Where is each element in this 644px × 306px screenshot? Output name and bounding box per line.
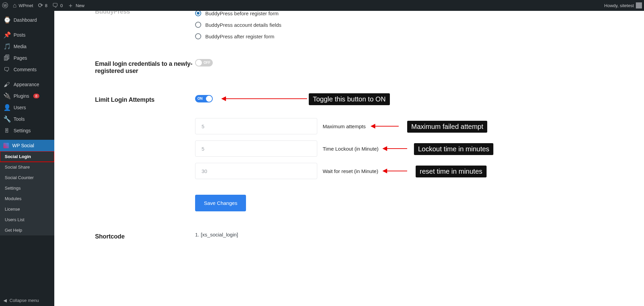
menu-tools-label: Tools (14, 116, 25, 122)
email-credentials-toggle[interactable]: OFF (195, 59, 213, 66)
wp-admin-bar: ⓦ ⌂ WPmet ⟳ 8 🗨 0 ＋ New Howdy, sitetest (0, 0, 644, 11)
site-name-link[interactable]: ⌂ WPmet (13, 2, 33, 8)
menu-appearance-label: Appearance (14, 82, 39, 87)
comment-icon: 🗨 (3, 66, 10, 73)
submenu-get-help-label: Get Help (5, 228, 22, 233)
buddypress-section-label-partial: BuddyPress (95, 11, 195, 15)
radio-bp-after[interactable]: BuddyPress after register form (195, 31, 603, 42)
radio-bp-details-label: BuddyPress account details fields (205, 22, 281, 28)
avatar (636, 2, 642, 8)
submenu-social-counter[interactable]: Social Counter (0, 172, 54, 183)
annotation-arrow (383, 148, 407, 149)
menu-tools[interactable]: 🔧 Tools (0, 113, 54, 125)
collapse-icon: ◀ (3, 298, 7, 303)
page-icon: 🗐 (3, 55, 10, 62)
submenu-social-share[interactable]: Social Share (0, 162, 54, 172)
updates-link[interactable]: ⟳ 8 (38, 2, 48, 8)
annotation-arrow (222, 98, 307, 99)
tools-icon: 🔧 (3, 115, 10, 123)
submenu-social-counter-label: Social Counter (5, 175, 34, 180)
shortcode-item-1: 1. [xs_social_login] (195, 232, 603, 237)
menu-plugins[interactable]: 🔌 Plugins 8 (0, 90, 54, 102)
updates-count: 8 (45, 3, 48, 8)
max-attempts-label: Maximum attempts (323, 123, 366, 129)
lockout-input[interactable] (195, 140, 317, 157)
my-account-link[interactable]: Howdy, sitetest (604, 2, 642, 8)
plus-icon: ＋ (68, 2, 74, 8)
radio-bp-after-label: BuddyPress after register form (205, 34, 274, 39)
limit-login-toggle[interactable]: ON (195, 95, 213, 102)
radio-icon (195, 11, 201, 16)
annotation-toggle-on: Toggle this button to ON (309, 93, 390, 105)
menu-plugins-label: Plugins (14, 93, 29, 99)
radio-icon (195, 22, 201, 28)
content-area: BuddyPress BuddyPress before register fo… (54, 11, 644, 306)
update-icon: ⟳ (38, 2, 43, 8)
save-changes-label: Save Changes (204, 200, 237, 206)
wp-logo-menu[interactable]: ⓦ (2, 2, 8, 8)
max-attempts-input[interactable] (195, 118, 317, 134)
howdy-text: Howdy, sitetest (604, 3, 634, 8)
menu-pages-label: Pages (14, 55, 27, 61)
menu-comments[interactable]: 🗨 Comments (0, 64, 54, 75)
menu-posts-label: Posts (14, 32, 25, 38)
radio-bp-details[interactable]: BuddyPress account details fields (195, 19, 603, 31)
users-icon: 👤 (3, 104, 10, 111)
plugins-update-badge: 8 (33, 94, 39, 98)
menu-dashboard[interactable]: ⌚ Dashboard (0, 14, 54, 26)
submenu-social-login[interactable]: Social Login (0, 151, 54, 162)
annotation-arrow (383, 171, 407, 171)
annotation-reset-time: reset time in minutes (416, 166, 487, 177)
wait-reset-label: Wait for reset (in Minute) (323, 168, 378, 174)
save-changes-button[interactable]: Save Changes (195, 195, 246, 211)
pin-icon: 📌 (3, 31, 10, 39)
submenu-license-label: License (5, 207, 20, 212)
submenu-license[interactable]: License (0, 204, 54, 214)
menu-wp-social-label: WP Social (12, 143, 34, 148)
menu-comments-label: Comments (14, 67, 37, 72)
plugin-icon: 🔌 (3, 92, 10, 100)
radio-bp-before-label: BuddyPress before register form (205, 11, 279, 16)
menu-users[interactable]: 👤 Users (0, 102, 54, 113)
menu-dashboard-label: Dashboard (14, 17, 37, 23)
wordpress-icon: ⓦ (2, 2, 8, 8)
menu-pages[interactable]: 🗐 Pages (0, 52, 54, 64)
admin-menu: ⌚ Dashboard 📌 Posts 🎵 Media 🗐 Pages 🗨 Co… (0, 11, 54, 306)
menu-users-label: Users (14, 105, 26, 110)
collapse-menu-button[interactable]: ◀ Collapse menu (0, 294, 54, 306)
collapse-menu-label: Collapse menu (10, 298, 39, 303)
submenu-users-list[interactable]: Users List (0, 214, 54, 225)
submenu-social-login-label: Social Login (5, 154, 31, 159)
brush-icon: 🖌 (3, 81, 10, 88)
menu-media-label: Media (14, 44, 26, 49)
annotation-arrow (372, 126, 399, 127)
wp-social-icon (3, 143, 9, 148)
submenu-modules-label: Modules (5, 196, 21, 201)
menu-media[interactable]: 🎵 Media (0, 41, 54, 52)
radio-bp-before[interactable]: BuddyPress before register form (195, 11, 603, 19)
dashboard-icon: ⌚ (3, 16, 10, 24)
submenu-get-help[interactable]: Get Help (0, 225, 54, 235)
menu-settings[interactable]: 🎚 Settings (0, 125, 54, 136)
toggle-knob (196, 60, 202, 66)
email-credentials-label: Email login credentials to a newly-regis… (95, 59, 195, 75)
submenu-modules[interactable]: Modules (0, 193, 54, 204)
menu-posts[interactable]: 📌 Posts (0, 29, 54, 41)
annotation-max-failed: Maximum failed attempt (407, 121, 487, 133)
annotation-lockout-time: Lockout time in minutes (414, 143, 493, 155)
wait-reset-input[interactable] (195, 163, 317, 179)
new-content-link[interactable]: ＋ New (68, 2, 84, 8)
limit-login-label: Limit Login Attempts (95, 95, 195, 103)
lockout-label: Time Lockout (in Minute) (323, 146, 379, 152)
comments-count: 0 (60, 3, 63, 8)
menu-wp-social[interactable]: WP Social (0, 140, 54, 151)
submenu-settings[interactable]: Settings (0, 183, 54, 193)
comment-icon: 🗨 (52, 2, 58, 8)
menu-appearance[interactable]: 🖌 Appearance (0, 79, 54, 90)
submenu-social-share-label: Social Share (5, 165, 30, 170)
radio-icon (195, 33, 201, 39)
comments-link[interactable]: 🗨 0 (52, 2, 63, 8)
media-icon: 🎵 (3, 43, 10, 50)
toggle-off-text: OFF (204, 61, 210, 64)
toggle-knob (206, 96, 212, 102)
